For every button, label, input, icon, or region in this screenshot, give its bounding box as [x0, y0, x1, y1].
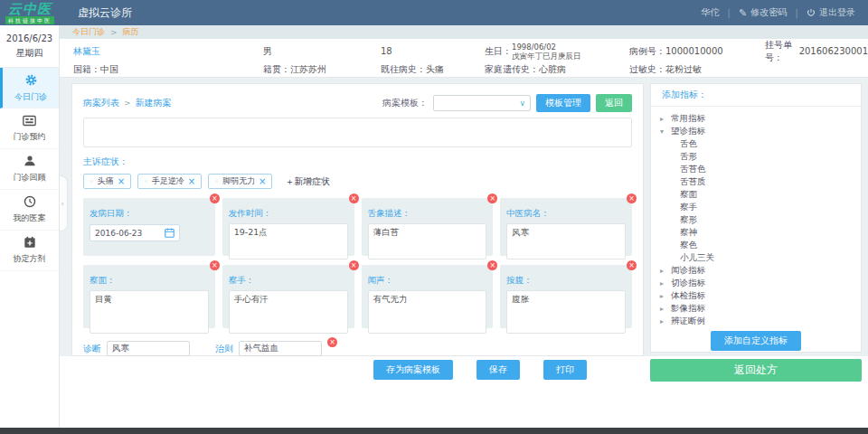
- symptom-tag[interactable]: ◦ 头痛 ×: [83, 174, 131, 189]
- indicator-item[interactable]: 舌苔色: [660, 163, 852, 175]
- clock-icon: [24, 195, 36, 210]
- summary-textarea[interactable]: [83, 118, 632, 147]
- remove-field-button[interactable]: ×: [210, 260, 220, 270]
- remove-symptom-icon[interactable]: ×: [259, 176, 266, 186]
- app-logo: 云中医 科技链接中医: [0, 2, 60, 24]
- symptom-tag-label: 头痛: [98, 175, 114, 187]
- template-manage-button[interactable]: 模板管理: [536, 94, 590, 112]
- sidebar-item-prescriptions[interactable]: 协定方剂: [0, 231, 59, 271]
- field-textarea[interactable]: 腹胀: [506, 290, 626, 334]
- field-textarea[interactable]: 19-21点: [229, 223, 348, 259]
- add-symptom-button[interactable]: ＋新增症状: [285, 175, 330, 188]
- field-label: 察面：: [90, 275, 116, 285]
- breadcrumb-separator: >: [110, 28, 118, 37]
- breadcrumb-item-today[interactable]: 今日门诊: [72, 26, 105, 38]
- back-button[interactable]: 返回: [596, 94, 632, 112]
- indicator-item[interactable]: 察手: [660, 201, 852, 213]
- patient-age: 18: [381, 46, 392, 56]
- indicator-group-listening[interactable]: ▸ 闻诊指标: [660, 264, 852, 277]
- save-as-template-button[interactable]: 存为病案模板: [373, 360, 453, 380]
- remove-field-button[interactable]: ×: [487, 260, 497, 270]
- app-header: 云中医 科技链接中医 虚拟云诊所 华佗 | ✎ 修改密码 | 退出登录: [0, 0, 868, 25]
- change-password-link[interactable]: ✎ 修改密码: [739, 6, 787, 19]
- remove-field-button[interactable]: ×: [210, 193, 220, 203]
- indicator-group-common[interactable]: ▸ 常用指标: [660, 112, 852, 125]
- remove-field-button[interactable]: ×: [487, 193, 497, 203]
- symptom-tag[interactable]: ◦ 脚弱无力 ×: [208, 174, 272, 189]
- sidebar-item-today-clinic[interactable]: 今日门诊: [0, 68, 59, 108]
- weekday-text: 星期四: [0, 46, 59, 61]
- expand-arrow-icon: ▾: [660, 127, 666, 136]
- breadcrumb-item-record: 病历: [123, 26, 139, 38]
- symptom-tag-label: 手足逆冷: [152, 175, 184, 187]
- symptom-tag[interactable]: ◦ 手足逆冷 ×: [137, 174, 202, 189]
- back-to-prescription-button[interactable]: 返回处方: [650, 359, 862, 382]
- indicator-group-inspection[interactable]: ▾ 望诊指标: [660, 125, 852, 137]
- field-label: 按腹：: [506, 275, 533, 285]
- left-sidebar: 2016/6/23 星期四 今日门诊 门诊预约 门诊回顾 我的医案 协定方剂: [0, 25, 60, 428]
- remove-field-button[interactable]: ×: [349, 260, 359, 270]
- indicator-group-palpation[interactable]: ▸ 切诊指标: [660, 277, 852, 289]
- field-label: 舌象描述：: [368, 208, 411, 218]
- native-value: 江苏苏州: [290, 63, 326, 76]
- indicator-item[interactable]: 舌色: [660, 137, 852, 150]
- sidebar-item-appointment[interactable]: 门诊预约: [0, 108, 59, 149]
- principle-input[interactable]: 补气益血: [239, 341, 322, 356]
- divider: |: [727, 7, 731, 19]
- template-select[interactable]: ∨: [433, 95, 531, 111]
- remove-principle-button[interactable]: ×: [327, 337, 337, 347]
- sidebar-item-review[interactable]: 门诊回顾: [0, 149, 59, 190]
- record-list-link[interactable]: 病案列表: [83, 97, 119, 109]
- field-panel-hand: 察手： × 手心有汗: [222, 265, 354, 328]
- remove-symptom-icon[interactable]: ×: [118, 176, 125, 186]
- principle-label: 治则: [215, 343, 233, 355]
- indicator-item[interactable]: 察形: [660, 213, 852, 226]
- pencil-icon: ✎: [739, 7, 747, 19]
- remove-field-button[interactable]: ×: [627, 260, 637, 270]
- field-textarea[interactable]: 有气无力: [368, 290, 487, 334]
- indicator-item[interactable]: 察色: [660, 239, 852, 251]
- field-textarea[interactable]: 薄白苔: [368, 223, 487, 259]
- field-label: 闻声：: [368, 275, 394, 285]
- indicator-group-physical[interactable]: ▸ 体检指标: [660, 289, 852, 302]
- save-button[interactable]: 保存: [476, 360, 520, 380]
- indicator-item[interactable]: 舌形: [660, 150, 852, 163]
- diagnosis-input[interactable]: 风寒: [107, 341, 190, 356]
- indicator-group-imaging[interactable]: ▸ 影像指标: [660, 302, 852, 315]
- sidebar-item-label: 我的医案: [14, 212, 46, 224]
- indicator-group-syndrome[interactable]: ▸ 辨证断例: [660, 315, 852, 327]
- collapse-arrow-icon: ▸: [660, 279, 666, 288]
- remove-field-button[interactable]: ×: [349, 193, 359, 203]
- indicator-item[interactable]: 小儿三关: [660, 251, 852, 264]
- history-value: 头痛: [426, 63, 444, 76]
- chevron-left-icon: ‹: [61, 199, 64, 208]
- symptoms-label: 主诉症状：: [83, 156, 632, 168]
- logout-link[interactable]: 退出登录: [807, 6, 855, 19]
- bottom-bar: [0, 428, 868, 434]
- remove-symptom-icon[interactable]: ×: [188, 176, 195, 186]
- circle-icon: ◦: [144, 177, 148, 185]
- new-record-link: 新建病案: [136, 97, 172, 109]
- field-textarea[interactable]: 手心有汗: [229, 290, 348, 334]
- add-custom-indicator-button[interactable]: 添加自定义指标: [711, 331, 801, 351]
- breadcrumb: 今日门诊 > 病历: [60, 25, 868, 39]
- indicator-item[interactable]: 察神: [660, 226, 852, 239]
- allergy-label: 过敏史：: [629, 63, 665, 76]
- patient-name[interactable]: 林黛玉: [73, 45, 100, 58]
- patient-gender: 男: [263, 45, 272, 58]
- allergy-value: 花粉过敏: [665, 63, 702, 76]
- sidebar-item-my-cases[interactable]: 我的医案: [0, 190, 59, 231]
- remove-field-button[interactable]: ×: [627, 193, 637, 203]
- field-panel-tcm-disease: 中医病名： × 风寒: [500, 198, 632, 256]
- field-textarea[interactable]: 目黄: [90, 290, 209, 334]
- indicator-item[interactable]: 察面: [660, 188, 852, 201]
- date-input[interactable]: 2016-06-23: [90, 224, 180, 241]
- print-button[interactable]: 打印: [543, 360, 587, 380]
- indicator-item[interactable]: 舌苔质: [660, 175, 852, 188]
- collapse-arrow-icon: ▸: [660, 317, 666, 326]
- symptom-tag-label: 脚弱无力: [222, 175, 255, 187]
- user-name[interactable]: 华佗: [701, 6, 719, 19]
- field-textarea[interactable]: 风寒: [506, 223, 626, 259]
- field-label: 中医病名：: [506, 208, 550, 218]
- case-no-label: 病例号：: [629, 45, 665, 58]
